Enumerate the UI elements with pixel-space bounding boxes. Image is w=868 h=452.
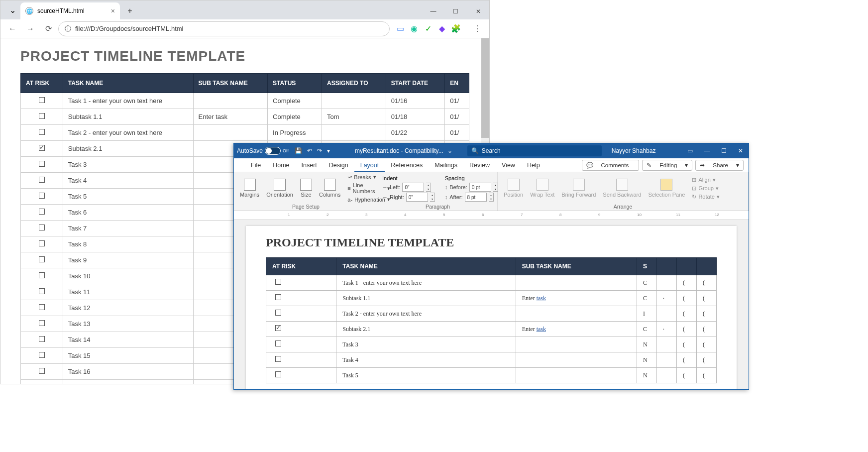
col5-cell: (: [677, 306, 697, 322]
at-risk-cell[interactable]: [21, 252, 63, 268]
align-dropdown[interactable]: ⊞ Align ▾: [692, 176, 719, 184]
at-risk-cell[interactable]: [21, 348, 63, 364]
title-dropdown-icon[interactable]: ⌄: [447, 147, 452, 154]
at-risk-cell[interactable]: [21, 316, 63, 332]
customize-qat-icon[interactable]: ▾: [327, 147, 330, 154]
size-button[interactable]: Size: [298, 178, 314, 199]
close-tab-icon[interactable]: ×: [111, 7, 115, 15]
margins-button[interactable]: Margins: [238, 178, 261, 199]
browser-tab[interactable]: 🌐 sourceHTML.html ×: [20, 2, 120, 19]
task-name-cell: Task 17: [63, 380, 193, 384]
menu-tab-view[interactable]: View: [496, 162, 521, 169]
search-box[interactable]: 🔍 Search: [467, 145, 602, 156]
table-header: STATUS: [268, 74, 322, 93]
spacing-before-input[interactable]: ↕ Before:0 pt▴▾: [445, 182, 498, 192]
indent-label: Indent: [382, 175, 435, 181]
extension-icon[interactable]: ◆: [437, 24, 446, 33]
reload-button[interactable]: ⟳: [40, 21, 56, 37]
at-risk-cell[interactable]: [266, 291, 336, 306]
at-risk-cell[interactable]: [21, 268, 63, 284]
menu-tab-home[interactable]: Home: [267, 162, 295, 169]
site-info-icon[interactable]: ⓘ: [65, 24, 71, 33]
at-risk-cell[interactable]: [21, 157, 63, 173]
minimize-button[interactable]: —: [702, 147, 712, 154]
share-button[interactable]: ➦ Share ▾: [695, 160, 744, 171]
undo-icon[interactable]: ↶: [307, 147, 312, 154]
tab-search-dropdown[interactable]: ⌄: [6, 4, 18, 16]
horizontal-ruler[interactable]: 123456789101112: [234, 211, 749, 220]
at-risk-cell[interactable]: [21, 93, 63, 109]
task-name-cell: Task 3: [336, 337, 516, 352]
indent-left-input[interactable]: → Left:0"▴▾: [382, 182, 435, 192]
maximize-button[interactable]: ☐: [444, 3, 467, 19]
col5-cell: (: [677, 337, 697, 352]
menu-tab-file[interactable]: File: [245, 162, 267, 169]
task-name-cell: Task 10: [63, 268, 193, 284]
menu-tab-references[interactable]: References: [385, 162, 429, 169]
editing-button[interactable]: ✎ Editing ▾: [642, 160, 692, 171]
ribbon-mode-icon[interactable]: ▭: [685, 147, 695, 154]
menu-tab-layout[interactable]: Layout: [354, 162, 385, 172]
save-icon[interactable]: 💾: [295, 147, 302, 154]
close-button[interactable]: ✕: [736, 147, 746, 154]
comments-button[interactable]: 💬 Comments: [582, 160, 640, 171]
toggle-switch[interactable]: [265, 147, 281, 155]
close-window-button[interactable]: ✕: [467, 3, 489, 19]
orientation-button[interactable]: Orientation: [264, 178, 295, 199]
at-risk-cell[interactable]: [266, 322, 336, 337]
selection-pane-button[interactable]: Selection Pane: [646, 178, 687, 199]
menu-tab-design[interactable]: Design: [323, 162, 354, 169]
extension-icon[interactable]: ▭: [396, 24, 405, 33]
send-backward-button: Send Backward: [601, 178, 643, 199]
grammarly-icon[interactable]: ◉: [410, 24, 419, 33]
at-risk-cell[interactable]: [266, 368, 336, 383]
spacing-after-input[interactable]: ↕ After:8 pt▴▾: [445, 192, 498, 202]
menu-tab-mailings[interactable]: Mailings: [429, 162, 463, 169]
task-name-cell: Task 6: [63, 205, 193, 221]
new-tab-button[interactable]: +: [123, 4, 137, 18]
indent-right-input[interactable]: ← Right:0"▴▾: [382, 192, 435, 202]
maximize-button[interactable]: ☐: [719, 147, 729, 154]
extensions-puzzle-icon[interactable]: 🧩: [451, 24, 460, 33]
position-button: Position: [502, 178, 525, 199]
status-cell: In Progress: [268, 125, 322, 141]
at-risk-cell[interactable]: [21, 236, 63, 252]
at-risk-cell[interactable]: [266, 306, 336, 322]
chrome-menu-button[interactable]: ⋮: [469, 21, 485, 37]
assigned-cell: [322, 93, 386, 109]
task-name-cell: Subtask 2.1: [63, 141, 193, 157]
table-row: Subtask 2.1 Enter task C · ( (: [266, 322, 717, 337]
at-risk-cell[interactable]: [266, 337, 336, 352]
minimize-button[interactable]: —: [422, 3, 444, 19]
col4-cell: [657, 275, 677, 291]
at-risk-cell[interactable]: [266, 275, 336, 291]
at-risk-cell[interactable]: [21, 221, 63, 236]
at-risk-cell[interactable]: [21, 284, 63, 300]
menu-tab-insert[interactable]: Insert: [296, 162, 323, 169]
col6-cell: (: [697, 368, 717, 383]
table-row: Task 5 N ( (: [266, 368, 717, 383]
at-risk-cell[interactable]: [21, 380, 63, 384]
at-risk-cell[interactable]: [21, 109, 63, 125]
at-risk-cell[interactable]: [21, 141, 63, 157]
word-document-canvas[interactable]: PROJECT TIMELINE TEMPLATE AT RISKTASK NA…: [234, 220, 749, 389]
at-risk-cell[interactable]: [21, 189, 63, 205]
at-risk-cell[interactable]: [266, 352, 336, 368]
at-risk-cell[interactable]: [21, 205, 63, 221]
at-risk-cell[interactable]: [21, 332, 63, 348]
address-bar[interactable]: ⓘ file:///D:/Groupdocs/sourceHTML.html: [58, 21, 390, 36]
back-button[interactable]: ←: [4, 21, 20, 37]
menu-tab-review[interactable]: Review: [463, 162, 496, 169]
extension-icon[interactable]: ✓: [424, 24, 433, 33]
extensions-area: ▭ ◉ ✓ ◆ 🧩: [392, 24, 464, 33]
at-risk-cell[interactable]: [21, 300, 63, 316]
columns-button[interactable]: Columns: [317, 178, 342, 199]
user-name[interactable]: Nayyer Shahbaz: [612, 147, 656, 154]
at-risk-cell[interactable]: [21, 173, 63, 189]
forward-button[interactable]: →: [22, 21, 38, 37]
menu-tab-help[interactable]: Help: [521, 162, 546, 169]
autosave-toggle[interactable]: AutoSave Off: [237, 147, 289, 155]
at-risk-cell[interactable]: [21, 125, 63, 141]
redo-icon[interactable]: ↷: [317, 147, 322, 154]
at-risk-cell[interactable]: [21, 364, 63, 380]
